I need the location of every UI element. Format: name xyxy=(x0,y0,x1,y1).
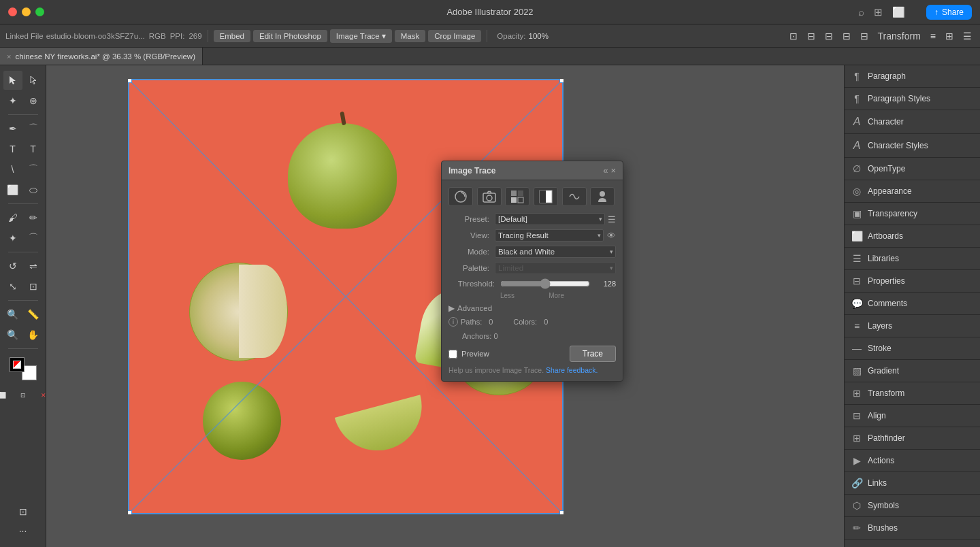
align-icon-3[interactable]: ⊟ xyxy=(840,29,853,43)
advanced-row[interactable]: ▶ Advanced xyxy=(448,303,616,313)
align-icon-1[interactable]: ⊟ xyxy=(804,29,818,43)
edit-photoshop-button[interactable]: Edit In Photoshop xyxy=(253,30,327,42)
preview-checkbox[interactable] xyxy=(448,350,457,359)
expand-icon[interactable]: ⊞ xyxy=(943,29,956,43)
brushes-header[interactable]: ✏ Brushes xyxy=(845,517,980,539)
actions-header[interactable]: ▶ Actions xyxy=(845,450,980,471)
threshold-slider[interactable] xyxy=(500,278,590,289)
embed-button[interactable]: Embed xyxy=(214,30,250,42)
smooth-tool[interactable]: ⌒ xyxy=(24,229,43,248)
transform-label: Transform xyxy=(868,388,973,398)
fullscreen-button[interactable] xyxy=(35,7,44,16)
curvature-tool[interactable]: ⌒ xyxy=(24,119,43,138)
fill-color-front[interactable] xyxy=(10,357,24,372)
paragraph-styles-header[interactable]: ¶ Paragraph Styles xyxy=(845,88,980,110)
feedback-link[interactable]: Share feedback. xyxy=(546,366,598,374)
magic-wand-tool[interactable]: ✦ xyxy=(3,91,22,110)
crop-image-button[interactable]: Crop Image xyxy=(428,30,481,42)
comments-header[interactable]: 💬 Comments xyxy=(845,293,980,314)
trace-button[interactable]: Trace xyxy=(570,346,616,362)
more-icon[interactable]: ≡ xyxy=(928,29,938,43)
preset-menu-btn[interactable]: ☰ xyxy=(608,214,616,225)
artboard-tool[interactable]: ⊡ xyxy=(8,502,38,521)
paintbrush-tool[interactable]: 🖌 xyxy=(3,208,22,227)
paragraph-header[interactable]: ¶ Paragraph xyxy=(845,65,980,87)
links-header[interactable]: 🔗 Links xyxy=(845,472,980,494)
align-header[interactable]: ⊟ Align xyxy=(845,405,980,427)
gradient-header[interactable]: ▧ Gradient xyxy=(845,360,980,382)
arrange-icon[interactable]: ⬜ xyxy=(892,6,905,18)
mode-select[interactable]: Black and White xyxy=(495,246,616,258)
preset-grid-btn[interactable] xyxy=(505,187,529,206)
image-trace-button[interactable]: Image Trace ▾ xyxy=(330,29,392,43)
tab-close-icon[interactable]: × xyxy=(7,52,11,61)
preset-select[interactable]: [Default] xyxy=(495,213,605,225)
pen-tool[interactable]: ✒ xyxy=(3,119,22,138)
transform-icon-1[interactable]: ⊡ xyxy=(787,29,800,43)
selection-tool[interactable] xyxy=(3,71,22,90)
artboards-header[interactable]: ⬜ Artboards xyxy=(845,225,980,247)
image-trace-close-btn[interactable]: × xyxy=(610,165,616,176)
character-styles-header[interactable]: A Character Styles xyxy=(845,134,980,157)
mask-button[interactable]: Mask xyxy=(395,30,425,42)
preset-outline-btn[interactable] xyxy=(562,187,587,206)
direct-selection-tool[interactable] xyxy=(24,71,43,90)
panel-artboards: ⬜ Artboards xyxy=(845,225,980,248)
touch-type-tool[interactable]: T xyxy=(24,139,43,159)
ellipse-tool[interactable]: ⬭ xyxy=(24,180,43,199)
appearance-header[interactable]: ◎ Appearance xyxy=(845,180,980,202)
symbols-header[interactable]: ⬡ Symbols xyxy=(845,495,980,516)
eyedropper-tool[interactable]: 🔍 xyxy=(3,305,22,324)
share-button[interactable]: ↑ Share xyxy=(926,5,972,20)
pathfinder-header[interactable]: ⊞ Pathfinder xyxy=(845,427,980,449)
minimize-button[interactable] xyxy=(22,7,31,16)
transform-label[interactable]: Transform xyxy=(875,29,924,43)
toolbar: Linked File estudio-bloom-oo3kSFZ7u... R… xyxy=(0,24,980,48)
character-header[interactable]: A Character xyxy=(845,110,980,133)
text-tool[interactable]: T xyxy=(3,139,22,159)
line-tool[interactable]: \ xyxy=(3,160,22,179)
stroke-mode-btn[interactable]: ⊡ xyxy=(14,386,33,405)
preset-camera-btn[interactable] xyxy=(477,187,502,206)
preview-label[interactable]: Preview xyxy=(461,350,489,358)
lasso-tool[interactable]: ⊛ xyxy=(24,91,43,110)
arc-tool[interactable]: ⌒ xyxy=(24,160,43,179)
align-icon-2[interactable]: ⊟ xyxy=(822,29,836,43)
transparency-header[interactable]: ▣ Transparency xyxy=(845,203,980,225)
close-button[interactable] xyxy=(8,7,17,16)
preset-auto-btn[interactable] xyxy=(448,187,473,206)
stroke-header[interactable]: — Stroke xyxy=(845,337,980,359)
rotate-tool[interactable]: ↺ xyxy=(3,256,22,276)
rect-tool[interactable]: ⬜ xyxy=(3,180,22,199)
layers-header[interactable]: ≡ Layers xyxy=(845,315,980,337)
artboards-icon: ⬜ xyxy=(851,231,862,242)
measure-tool[interactable]: 📏 xyxy=(24,305,43,324)
canvas-area[interactable]: Image Trace « × xyxy=(46,65,844,547)
image-trace-collapse-btn[interactable]: « xyxy=(603,165,608,176)
preset-bw-btn[interactable] xyxy=(534,187,558,206)
view-eye-icon[interactable]: 👁 xyxy=(607,231,616,241)
scale-tool[interactable]: ⤡ xyxy=(3,277,22,296)
reshape-tool[interactable]: ⊡ xyxy=(24,277,43,296)
document-tab[interactable]: × chinese NY fireworks.ai* @ 36.33 % (RG… xyxy=(0,48,203,65)
properties-header[interactable]: ⊟ Properties xyxy=(845,270,980,292)
menu-icon[interactable]: ☰ xyxy=(960,29,975,43)
palette-select[interactable]: Limited xyxy=(495,262,616,274)
libraries-header[interactable]: ☰ Libraries xyxy=(845,248,980,269)
panels-icon[interactable]: ⊞ xyxy=(874,6,883,18)
align-icon-4[interactable]: ⊟ xyxy=(858,29,871,43)
transform-header[interactable]: ⊞ Transform xyxy=(845,382,980,404)
opentype-header[interactable]: ∅ OpenType xyxy=(845,158,980,180)
more-tools-btn[interactable]: ··· xyxy=(8,521,38,540)
zoom-tool[interactable]: 🔍 xyxy=(3,325,22,344)
preset-silhouette-btn[interactable] xyxy=(590,187,615,206)
stroke-icon: — xyxy=(851,343,862,354)
panel-actions: ▶ Actions xyxy=(845,450,980,472)
hand-tool[interactable]: ✋ xyxy=(24,325,43,344)
reflect-tool[interactable]: ⇌ xyxy=(24,256,43,276)
shaper-tool[interactable]: ✦ xyxy=(3,229,22,248)
view-select[interactable]: Tracing Result xyxy=(495,229,604,242)
pencil-tool[interactable]: ✏ xyxy=(24,208,43,227)
fill-mode-btn[interactable]: ⬜ xyxy=(0,386,12,405)
search-icon[interactable]: ⌕ xyxy=(858,6,864,18)
